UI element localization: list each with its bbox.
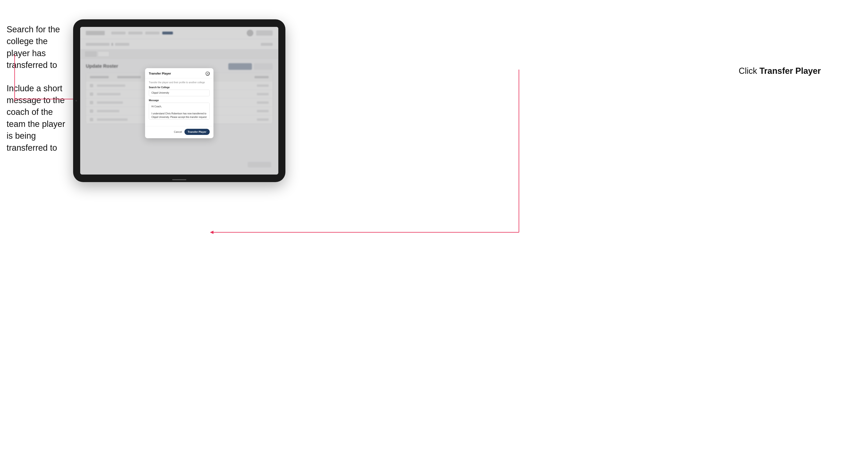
cancel-button[interactable]: Cancel <box>174 130 182 133</box>
modal-body: Transfer the player and their profile to… <box>145 78 214 126</box>
search-college-label: Search for College <box>149 86 210 89</box>
annotation-click-prefix: Click <box>739 66 760 76</box>
message-textarea[interactable]: Hi Coach, I understand Chris Robertson h… <box>149 102 210 120</box>
ipad-screen: Update Roster <box>80 27 278 175</box>
ipad-home-indicator <box>172 179 186 180</box>
annotation-message-text: Include a short message to the coach of … <box>7 83 73 154</box>
annotation-left: Search for the college the player has tr… <box>7 24 73 165</box>
ipad-camera <box>75 100 77 101</box>
transfer-player-button[interactable]: Transfer Player <box>184 129 210 135</box>
ipad-frame: Update Roster <box>73 19 285 182</box>
modal-header: Transfer Player ✕ <box>145 68 214 78</box>
modal-close-button[interactable]: ✕ <box>206 71 210 76</box>
annotation-click-action: Transfer Player <box>760 66 821 76</box>
modal-overlay: Transfer Player ✕ Transfer the player an… <box>80 27 278 175</box>
transfer-player-modal: Transfer Player ✕ Transfer the player an… <box>145 68 214 138</box>
message-group: Message Hi Coach, I understand Chris Rob… <box>149 99 210 121</box>
message-label: Message <box>149 99 210 102</box>
annotation-right: Click Transfer Player <box>739 66 821 76</box>
modal-footer: Cancel Transfer Player <box>145 126 214 138</box>
search-college-input[interactable] <box>149 90 210 96</box>
svg-marker-6 <box>210 231 214 234</box>
search-college-group: Search for College <box>149 86 210 96</box>
modal-description: Transfer the player and their profile to… <box>149 81 210 84</box>
modal-title: Transfer Player <box>149 72 171 75</box>
annotation-search-text: Search for the college the player has tr… <box>7 24 73 71</box>
